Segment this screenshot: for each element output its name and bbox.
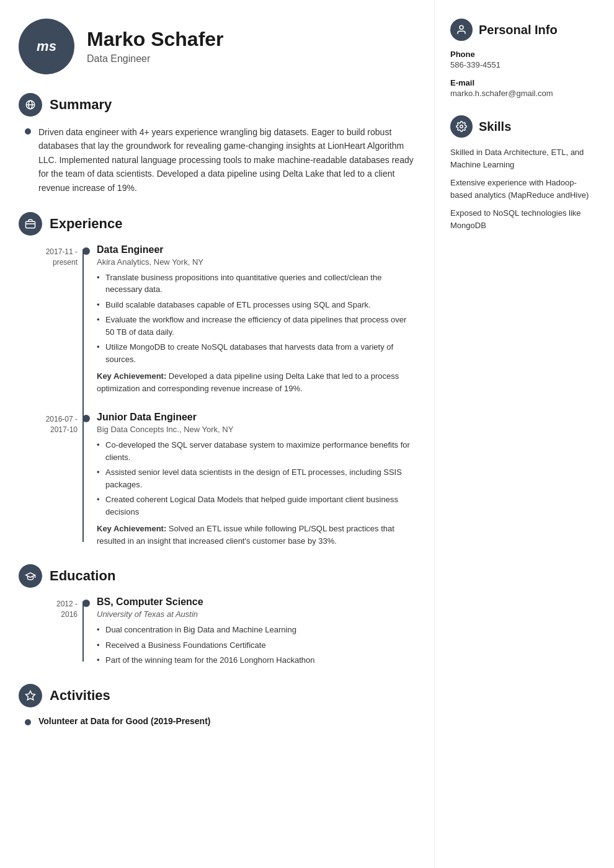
job-item-2: 2016-07 - 2017-10 Junior Data Engineer B… <box>87 412 416 547</box>
edu-1-school: University of Texas at Austin <box>97 609 416 619</box>
summary-text: Driven data engineer with 4+ years exper… <box>38 125 416 195</box>
job-1-title: Data Engineer <box>97 244 416 255</box>
skills-section: Skills Skilled in Data Architecture, ETL… <box>450 115 598 231</box>
job-1-bullet-2: Build scalable databases capable of ETL … <box>97 299 416 311</box>
svg-point-8 <box>460 125 463 128</box>
edu-1-content: BS, Computer Science University of Texas… <box>87 596 416 666</box>
education-timeline: 2012 - 2016 BS, Computer Science Univers… <box>19 596 416 666</box>
activities-icon <box>19 684 42 707</box>
experience-title: Experience <box>50 216 122 232</box>
candidate-name: Marko Schafer <box>87 29 224 50</box>
candidate-title: Data Engineer <box>87 53 224 64</box>
edu-1-bullet-2: Received a Business Foundations Certific… <box>97 639 416 652</box>
edu-1-bullets: Dual concentration in Big Data and Machi… <box>97 624 416 666</box>
job-1-company: Akira Analytics, New York, NY <box>97 257 416 267</box>
personal-info-header: Personal Info <box>450 19 598 41</box>
header: ms Marko Schafer Data Engineer <box>19 19 416 74</box>
job-1-bullet-4: Utilize MongoDB to create NoSQL database… <box>97 341 416 365</box>
job-2-bullets: Co-developed the SQL server database sys… <box>97 439 416 518</box>
summary-header: Summary <box>19 93 416 117</box>
edu-item-1: 2012 - 2016 BS, Computer Science Univers… <box>87 596 416 666</box>
svg-marker-6 <box>26 691 35 699</box>
activity-item-1: Volunteer at Data for Good (2019-Present… <box>25 716 416 726</box>
skill-item-2: Extensive experience with Hadoop-based a… <box>450 177 598 201</box>
activities-title: Activities <box>50 688 110 704</box>
experience-icon <box>19 212 42 236</box>
activity-1-dot <box>25 719 31 725</box>
phone-label: Phone <box>450 50 598 59</box>
timeline-line <box>82 249 84 542</box>
job-2-bullet-3: Created coherent Logical Data Models tha… <box>97 494 416 518</box>
sidebar: Personal Info Phone 586-339-4551 E-mail … <box>434 0 614 868</box>
job-1-achievement: Key Achievement: Developed a data pipeli… <box>97 370 416 394</box>
avatar-initials: ms <box>37 38 56 55</box>
skill-item-1: Skilled in Data Architecture, ETL, and M… <box>450 146 598 170</box>
svg-rect-3 <box>26 221 35 228</box>
experience-section: Experience 2017-11 - present Data Engine… <box>19 212 416 547</box>
experience-header: Experience <box>19 212 416 236</box>
job-1-bullet-1: Translate business propositions into qua… <box>97 272 416 296</box>
main-column: ms Marko Schafer Data Engineer Summary <box>0 0 434 868</box>
edu-timeline-line <box>82 601 84 662</box>
education-title: Education <box>50 568 115 584</box>
email-label: E-mail <box>450 78 598 87</box>
edu-1-bullet-1: Dual concentration in Big Data and Machi… <box>97 624 416 636</box>
briefcase-icon <box>25 218 36 229</box>
personal-info-section: Personal Info Phone 586-339-4551 E-mail … <box>450 19 598 98</box>
edu-1-bullet-3: Part of the winning team for the 2016 Lo… <box>97 654 416 666</box>
globe-icon <box>25 99 36 110</box>
job-1-dot <box>82 247 90 255</box>
summary-item: Driven data engineer with 4+ years exper… <box>25 125 416 195</box>
edu-1-degree: BS, Computer Science <box>97 596 416 608</box>
star-icon <box>25 690 36 701</box>
svg-point-7 <box>460 25 463 29</box>
skills-icon <box>450 115 473 138</box>
phone-value: 586-339-4551 <box>450 60 598 69</box>
graduation-icon <box>25 570 36 582</box>
job-2-content: Junior Data Engineer Big Data Concepts I… <box>87 412 416 547</box>
job-2-bullet-1: Co-developed the SQL server database sys… <box>97 439 416 463</box>
job-1-content: Data Engineer Akira Analytics, New York,… <box>87 244 416 395</box>
job-1-date: 2017-11 - present <box>19 247 78 268</box>
personal-info-title: Personal Info <box>479 23 558 37</box>
email-value: marko.h.schafer@gmail.com <box>450 89 598 98</box>
summary-section: Summary Driven data engineer with 4+ yea… <box>19 93 416 195</box>
activity-1-text: Volunteer at Data for Good (2019-Present… <box>38 716 210 726</box>
education-header: Education <box>19 564 416 588</box>
job-2-bullet-2: Assisted senior level data scientists in… <box>97 466 416 490</box>
job-1-bullets: Translate business propositions into qua… <box>97 272 416 366</box>
edu-1-date: 2012 - 2016 <box>19 599 78 620</box>
job-2-title: Junior Data Engineer <box>97 412 416 423</box>
header-info: Marko Schafer Data Engineer <box>87 29 224 64</box>
skills-title: Skills <box>479 120 511 134</box>
skills-header: Skills <box>450 115 598 138</box>
personal-info-icon <box>450 19 473 41</box>
activities-header: Activities <box>19 684 416 707</box>
job-1-bullet-3: Evaluate the workflow and increase the e… <box>97 314 416 338</box>
summary-title: Summary <box>50 97 112 113</box>
summary-dot <box>25 128 31 135</box>
job-2-achievement: Key Achievement: Solved an ETL issue whi… <box>97 523 416 547</box>
job-2-date: 2016-07 - 2017-10 <box>19 414 78 435</box>
activities-section: Activities Volunteer at Data for Good (2… <box>19 684 416 726</box>
skill-item-3: Exposed to NoSQL technologies like Mongo… <box>450 207 598 231</box>
person-icon <box>456 24 467 35</box>
avatar: ms <box>19 19 74 74</box>
education-section: Education 2012 - 2016 BS, Computer Scien… <box>19 564 416 666</box>
job-item-1: 2017-11 - present Data Engineer Akira An… <box>87 244 416 395</box>
summary-icon <box>19 93 42 117</box>
resume-container: ms Marko Schafer Data Engineer Summary <box>0 0 614 868</box>
skills-gear-icon <box>456 121 467 132</box>
education-icon <box>19 564 42 588</box>
experience-timeline: 2017-11 - present Data Engineer Akira An… <box>19 244 416 547</box>
job-2-company: Big Data Concepts Inc., New York, NY <box>97 425 416 434</box>
